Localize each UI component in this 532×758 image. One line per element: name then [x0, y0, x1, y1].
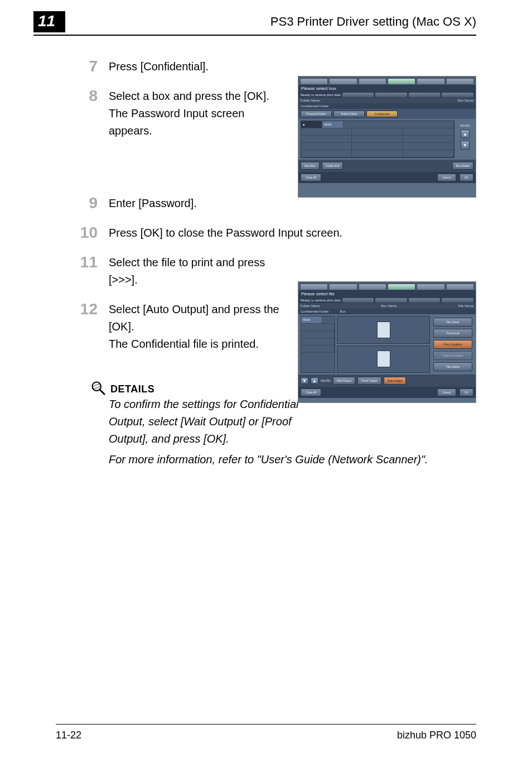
step-11-num: 11 [67, 254, 109, 289]
panel2-counter: 001/001 [321, 379, 331, 382]
page-title: PS3 Printer Driver setting (Mac OS X) [270, 15, 476, 29]
details-heading: DETAILS [110, 380, 154, 395]
screenshot-select-box: Please select box Ready to receive print… [298, 76, 476, 198]
panel1-col-box: Box Name [458, 99, 473, 102]
chapter-badge: 11 [33, 11, 65, 32]
panel2-row-label: Confidential Folder [301, 310, 328, 313]
panel2-wait-button[interactable]: Wait Output [333, 377, 355, 385]
step-8-num: 8 [67, 88, 109, 183]
step-10: 10 Press [OK] to close the Password Inpu… [67, 224, 476, 242]
panel2-col-folder: Folder Name [301, 304, 320, 308]
panel2-title: Please select file [298, 290, 476, 298]
panel2-col-file: File Name [458, 304, 473, 308]
panel2-sub-label: Box [340, 310, 345, 313]
step-11-text: Select the file to print and press [>>>]… [109, 254, 293, 289]
panel2-outputcond-button[interactable]: Output Condition [433, 351, 472, 360]
step-10-num: 10 [67, 224, 109, 242]
panel1-cell[interactable]: H04/0 [322, 121, 344, 128]
panel1-counter: 001/001 [460, 124, 470, 127]
step-12-num: 12 [67, 301, 109, 368]
panel2-cell[interactable]: H04/0 [301, 316, 322, 323]
step-7-text: Press [Confidential]. [109, 58, 209, 75]
panel1-subtab-personal[interactable]: Personal Folder [301, 111, 332, 117]
panel2-col-box: Box Name [381, 304, 397, 308]
panel1-down-icon[interactable]: ▼ [461, 141, 470, 150]
panel1-row-label: Confidential Folder [301, 104, 328, 108]
panel2-down-icon[interactable]: ▼ [301, 377, 308, 384]
panel1-subtab-public[interactable]: Public Folder [333, 111, 365, 117]
footer-page: 11-22 [56, 730, 81, 741]
step-12-text: Select [Auto Output] and press the [OK].… [109, 301, 304, 368]
panel1-title: Please select box [298, 85, 476, 92]
details-para1: To confirm the settings for Confidential… [109, 396, 315, 448]
panel1-up-icon[interactable]: ▲ [461, 129, 470, 138]
panel1-folderedit-button[interactable]: Folder Edit [322, 162, 343, 170]
panel1-col-folder: Folder Name [301, 99, 320, 102]
panel2-proof-button[interactable]: Proof Output [357, 377, 381, 385]
panel2-thumbnail-button[interactable]: Thumbnail [433, 329, 472, 338]
panel2-printcond-button[interactable]: Print Condition [433, 340, 472, 349]
panel1-ok-button[interactable]: OK [460, 174, 473, 181]
step-9-text: Enter [Password]. [109, 195, 197, 212]
step-7-num: 7 [67, 58, 109, 75]
panel2-auto-button[interactable]: Auto Output [384, 377, 407, 385]
panel1-status: Ready to receive print data [301, 93, 341, 97]
panel1-subtab-confidential[interactable]: Confidential [366, 111, 398, 117]
step-8-text: Select a box and press the [OK]. The Pas… [109, 88, 287, 183]
svg-line-2 [100, 390, 104, 394]
magnifier-icon [90, 380, 106, 396]
panel2-filecheck-button[interactable]: File Check [433, 318, 472, 327]
panel2-up-icon[interactable]: ▲ [311, 377, 318, 384]
step-7: 7 Press [Confidential]. [67, 58, 476, 75]
panel1-closeall-button[interactable]: Close All [301, 174, 321, 181]
step-9-num: 9 [67, 195, 109, 212]
panel2-status: Ready to receive print data [301, 299, 341, 302]
panel2-ok-button[interactable]: OK [460, 388, 473, 396]
panel1-boxdelete-button[interactable]: Box Delete [452, 162, 473, 170]
details-para2: For more information, refer to "User's G… [109, 451, 476, 468]
footer-product: bizhub PRO 1050 [397, 730, 476, 741]
panel2-cancel-button[interactable]: Cancel [437, 388, 456, 396]
panel1-cancel-button[interactable]: Cancel [437, 174, 456, 181]
footer-rule [56, 724, 476, 725]
screenshot-select-file: Please select file Ready to receive prin… [298, 281, 476, 403]
panel1-newbox-button[interactable]: New Box [301, 162, 320, 170]
panel2-filedelete-button[interactable]: File Delete [433, 362, 472, 371]
panel2-closeall-button[interactable]: Close All [301, 388, 321, 396]
step-10-text: Press [OK] to close the Password Input s… [109, 224, 342, 242]
